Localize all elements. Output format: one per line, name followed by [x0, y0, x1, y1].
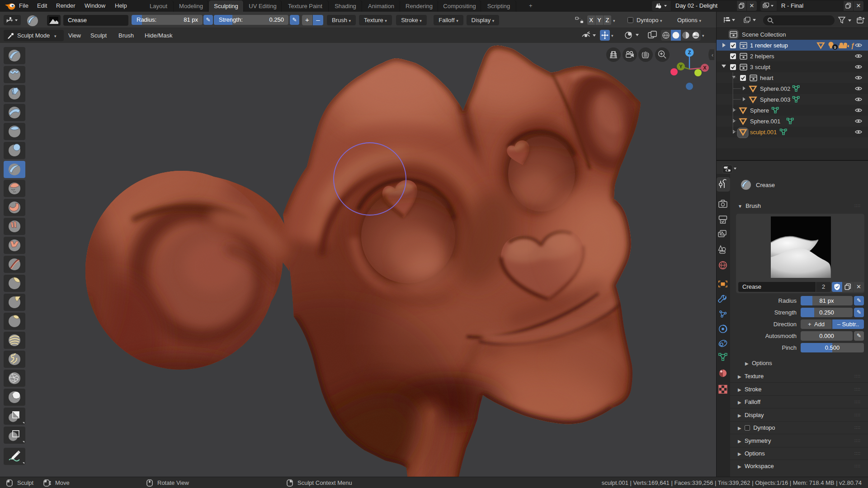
svg-text:2 helpers: 2 helpers [750, 53, 774, 60]
svg-text:Sphere: Sphere [750, 107, 769, 114]
svg-text:‹: ‹ [712, 52, 713, 58]
svg-text:Sphere.002: Sphere.002 [760, 85, 790, 92]
svg-text:heart: heart [760, 75, 774, 81]
svg-text:ƒ: ƒ [851, 42, 854, 49]
svg-text:Sphere.001: Sphere.001 [750, 118, 780, 125]
svg-text:X: X [703, 65, 707, 70]
svg-text:Scene Collection: Scene Collection [742, 31, 786, 38]
svg-text:Sphere.003: Sphere.003 [760, 96, 790, 103]
svg-text:sculpt.001: sculpt.001 [750, 129, 777, 136]
svg-text:Y: Y [679, 64, 683, 69]
svg-text:3 sculpt: 3 sculpt [750, 64, 770, 70]
svg-text:9: 9 [834, 45, 836, 50]
svg-text:1 render setup: 1 render setup [750, 42, 788, 49]
svg-text:Z: Z [688, 50, 691, 55]
